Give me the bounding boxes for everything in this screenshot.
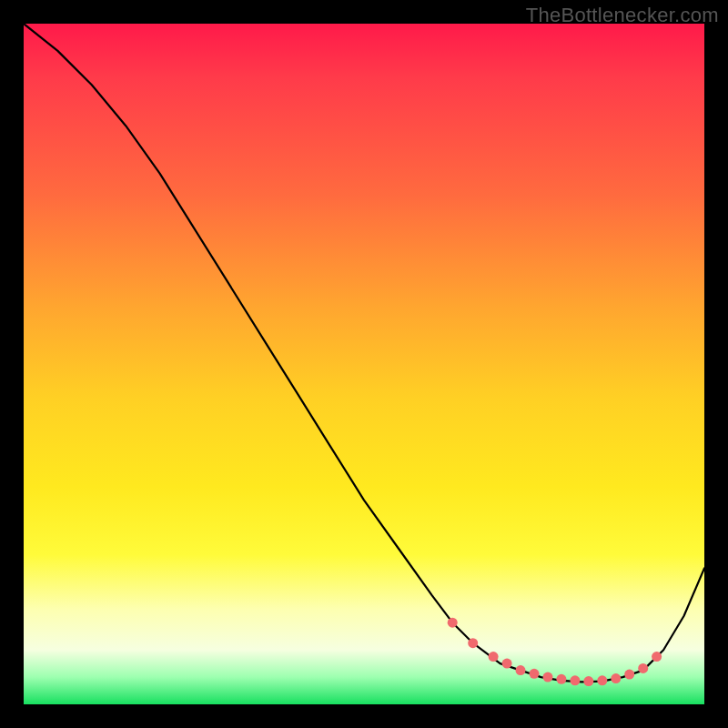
- chart-svg: [24, 24, 704, 704]
- marker-dot: [448, 618, 458, 628]
- marker-dot: [652, 652, 662, 662]
- watermark-text: TheBottlenecker.com: [526, 4, 719, 27]
- curve-line: [24, 24, 704, 682]
- marker-dot: [638, 663, 648, 673]
- marker-dot: [611, 673, 621, 683]
- marker-dot: [543, 672, 553, 682]
- marker-dot: [502, 659, 512, 669]
- marker-dot: [583, 676, 593, 686]
- marker-dot: [624, 670, 634, 680]
- marker-dot: [468, 638, 478, 648]
- marker-dot: [489, 652, 499, 662]
- marker-dot: [530, 669, 540, 679]
- chart-area: [24, 24, 704, 704]
- marker-dot: [570, 675, 580, 685]
- marker-dot: [516, 665, 526, 675]
- marker-dot: [597, 675, 607, 685]
- marker-dot: [556, 674, 566, 684]
- marker-dots: [448, 618, 662, 686]
